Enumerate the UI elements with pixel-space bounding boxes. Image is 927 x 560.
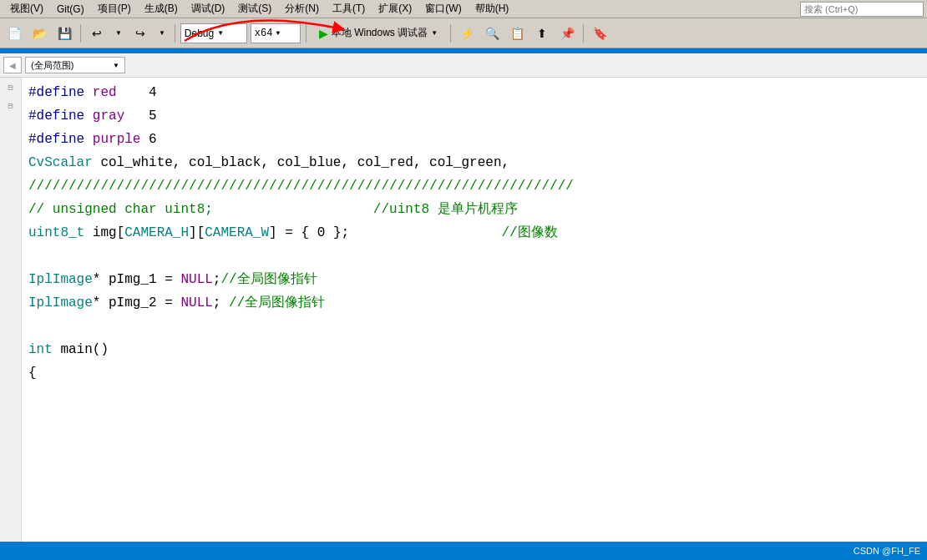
bookmark-button[interactable]: 🔖 [589, 23, 610, 44]
toolbar-icon-3[interactable]: 📋 [506, 23, 528, 44]
menu-git[interactable]: Git(G) [50, 2, 91, 17]
run-debugger-arrow-icon: ▼ [431, 29, 438, 37]
comment-pimg2: //全局图像指针 [229, 295, 325, 310]
type-uint8t: uint8_t [28, 225, 84, 240]
type-iplimage-1: IplImage [28, 272, 93, 287]
macro-gray: gray [93, 108, 124, 124]
menu-test[interactable]: 测试(S) [231, 0, 278, 18]
code-line-2: #define gray 5 [28, 104, 920, 128]
menubar: 视图(V) Git(G) 项目(P) 生成(B) 调试(D) 测试(S) 分析(… [0, 0, 927, 18]
debug-config-dropdown[interactable]: Debug ▼ [180, 23, 247, 43]
code-line-10: int main() [28, 338, 920, 361]
redo-dropdown[interactable]: ▼ [154, 23, 170, 44]
bookmark-icon: 🔖 [593, 27, 606, 40]
file-nav-dropdown[interactable]: ◀ [3, 57, 22, 73]
debug-config-container: Debug ▼ [180, 23, 247, 43]
blank-line-1 [28, 245, 920, 268]
undo-dropdown[interactable]: ▼ [111, 23, 126, 44]
const-camera-h: CAMERA_H [124, 225, 189, 240]
separator-4 [450, 24, 451, 43]
toolbar: 📄 📂 💾 ↩ ▼ ↪ ▼ Debug ▼ [0, 18, 927, 48]
code-line-7: uint8_t img[CAMERA_H][CAMERA_W] = { 0 };… [28, 221, 920, 245]
x64-config-label: x64 [255, 28, 273, 39]
code-line-4: CvScalar col_white, col_black, col_blue,… [28, 151, 920, 174]
run-debugger-label: 本地 Windows 调试器 [332, 26, 428, 40]
gutter-collapse-5[interactable]: ⊟ [4, 79, 18, 98]
toolbar-icon-5[interactable]: 📌 [556, 23, 578, 44]
redo-icon: ↪ [134, 27, 147, 40]
undo-arrow-icon: ▼ [115, 29, 122, 37]
menu-extensions[interactable]: 扩展(X) [372, 0, 418, 18]
scope-arrow-icon: ▼ [106, 62, 119, 69]
code-line-6: // unsigned char uint8; //uint8 是单片机程序 [28, 198, 920, 221]
comment-divider: ////////////////////////////////////////… [28, 179, 574, 194]
debug-config-arrow-icon: ▼ [217, 29, 224, 37]
x64-config-dropdown[interactable]: x64 ▼ [251, 23, 301, 43]
menu-build[interactable]: 生成(B) [138, 0, 185, 18]
file-nav-arrow-icon: ◀ [9, 61, 16, 70]
kw-define-1: #define [28, 85, 84, 100]
save-icon: 💾 [58, 27, 71, 40]
null-1: NULL [180, 272, 212, 287]
editor-gutter: ⊟ ⊟ [0, 78, 22, 547]
type-iplimage-2: IplImage [28, 295, 93, 310]
status-bar: CSDN @FH_FE [0, 542, 927, 560]
redo-button[interactable]: ↪ [129, 23, 151, 44]
menu-analyze[interactable]: 分析(N) [278, 0, 326, 18]
code-content[interactable]: #define red 4 #define gray 5 #define pur… [22, 78, 927, 547]
undo-button[interactable]: ↩ [86, 23, 108, 44]
separator-3 [306, 24, 306, 43]
const-camera-w: CAMERA_W [205, 225, 269, 240]
open-file-button[interactable]: 📂 [28, 23, 50, 44]
blank-line-2 [28, 315, 920, 338]
menu-help[interactable]: 帮助(H) [469, 0, 516, 18]
code-line-11: { [28, 361, 920, 385]
menu-project[interactable]: 项目(P) [91, 0, 138, 18]
find-button[interactable]: 🔍 [481, 23, 503, 44]
find-icon: 🔍 [485, 27, 499, 40]
scope-label: (全局范围) [31, 59, 73, 72]
search-input[interactable] [800, 2, 924, 17]
debug-config-label: Debug [185, 28, 214, 39]
menu-window[interactable]: 窗口(W) [418, 0, 468, 18]
code-line-5: ////////////////////////////////////////… [28, 174, 920, 198]
toolbar-icon-1-glyph: ⚡ [460, 27, 474, 40]
play-icon: ▶ [319, 27, 328, 40]
comment-img: //图像数 [502, 225, 558, 240]
navigation-bar: ◀ (全局范围) ▼ [0, 53, 927, 78]
toolbar-icon-3-glyph: 📋 [510, 27, 524, 40]
toolbar-icon-4[interactable]: ⬆ [531, 23, 553, 44]
scope-dropdown[interactable]: (全局范围) ▼ [25, 57, 125, 73]
undo-icon: ↩ [90, 27, 104, 40]
save-button[interactable]: 💾 [53, 23, 75, 44]
code-line-1: #define red 4 [28, 81, 920, 104]
toolbar-icon-4-glyph: ⬆ [535, 27, 549, 40]
watermark-text: CSDN @FH_FE [854, 546, 920, 556]
macro-red: red [93, 85, 117, 100]
open-file-icon: 📂 [33, 27, 46, 40]
gutter-collapse-12[interactable]: ⊟ [4, 98, 18, 116]
macro-purple: purple [93, 132, 141, 147]
x64-config-arrow-icon: ▼ [276, 29, 280, 37]
code-editor: ⊟ ⊟ #define red 4 #define gray 5 #define… [0, 78, 927, 547]
new-file-button[interactable]: 📄 [3, 23, 25, 44]
kw-define-3: #define [28, 132, 84, 147]
menu-debug[interactable]: 调试(D) [185, 0, 232, 18]
toolbar-icon-5-glyph: 📌 [560, 27, 574, 40]
separator-5 [583, 24, 584, 43]
redo-arrow-icon: ▼ [159, 29, 165, 37]
menu-view[interactable]: 视图(V) [3, 0, 50, 18]
separator-2 [175, 24, 175, 43]
type-cvscalar: CvScalar [28, 155, 93, 170]
code-line-8: IplImage* pImg_1 = NULL;//全局图像指针 [28, 268, 920, 291]
run-debugger-button[interactable]: ▶ 本地 Windows 调试器 ▼ [312, 23, 445, 44]
brace-open: { [28, 366, 37, 381]
toolbar-icon-1[interactable]: ⚡ [456, 23, 478, 44]
menu-tools[interactable]: 工具(T) [326, 0, 372, 18]
null-2: NULL [180, 295, 212, 310]
kw-define-2: #define [28, 108, 84, 124]
separator-1 [80, 24, 81, 43]
code-line-9: IplImage* pImg_2 = NULL; //全局图像指针 [28, 291, 920, 315]
comment-pimg1: //全局图像指针 [220, 272, 317, 287]
comment-unsigned: // unsigned char uint8; //uint8 是单片机程序 [28, 202, 518, 217]
